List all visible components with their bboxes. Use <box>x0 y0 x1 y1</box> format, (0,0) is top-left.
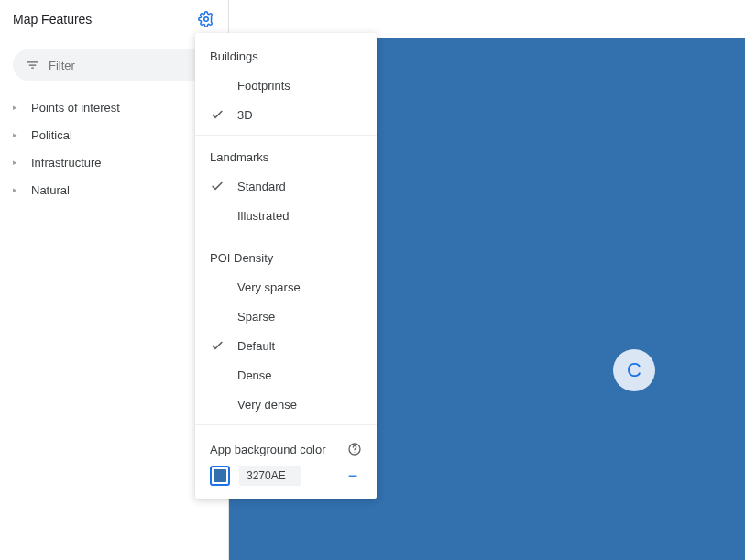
check-icon <box>210 179 228 193</box>
option-dense[interactable]: Dense <box>195 360 377 390</box>
option-illustrated[interactable]: Illustrated <box>195 201 377 230</box>
tree-item-label: Infrastructure <box>31 156 102 170</box>
option-label: Default <box>237 339 275 353</box>
color-swatch[interactable] <box>210 466 230 486</box>
caret-right-icon: ▸ <box>13 130 20 139</box>
settings-popover: Buildings Footprints 3D Landmarks Standa… <box>195 33 377 499</box>
option-label: Very sparse <box>237 280 301 294</box>
tree-item-infrastructure[interactable]: ▸ Infrastructure <box>0 148 228 176</box>
filter-container <box>0 38 228 88</box>
caret-right-icon: ▸ <box>13 103 20 112</box>
sidebar-header: Map Features <box>0 0 228 38</box>
sidebar-title: Map Features <box>13 12 92 27</box>
help-icon[interactable] <box>347 442 362 456</box>
bg-color-label: App background color <box>210 443 325 456</box>
caret-right-icon: ▸ <box>13 158 20 167</box>
bg-color-input-row: − <box>210 466 362 486</box>
check-icon <box>210 338 228 353</box>
option-label: 3D <box>237 108 253 122</box>
tree-item-label: Political <box>31 128 72 142</box>
filter-icon <box>26 58 39 72</box>
option-label: Standard <box>237 180 286 193</box>
filter-input-wrapper[interactable] <box>13 49 215 81</box>
map-badge: C <box>613 349 655 391</box>
option-3d[interactable]: 3D <box>195 100 377 129</box>
option-label: Illustrated <box>237 209 289 223</box>
map-badge-letter: C <box>627 358 641 382</box>
filter-input[interactable] <box>49 59 203 72</box>
svg-point-0 <box>204 16 209 21</box>
option-very-sparse[interactable]: Very sparse <box>195 272 377 302</box>
option-label: Footprints <box>237 79 290 93</box>
tree-item-points-of-interest[interactable]: ▸ Points of interest <box>0 93 228 121</box>
gear-icon <box>198 11 214 27</box>
section-heading: Buildings <box>195 44 377 71</box>
settings-section-bg-color: App background color − <box>195 434 377 489</box>
color-swatch-inner <box>214 469 226 482</box>
tree-item-label: Natural <box>31 183 70 197</box>
svg-point-2 <box>354 452 355 453</box>
tree-item-label: Points of interest <box>31 101 120 115</box>
tree-item-political[interactable]: ▸ Political <box>0 121 228 148</box>
settings-section-landmarks: Landmarks Standard Illustrated <box>195 145 377 236</box>
option-default[interactable]: Default <box>195 331 377 360</box>
option-label: Very dense <box>237 398 297 412</box>
option-sparse[interactable]: Sparse <box>195 302 377 331</box>
remove-color-button[interactable]: − <box>344 467 362 486</box>
section-heading: Landmarks <box>195 145 377 171</box>
settings-button[interactable] <box>193 6 219 32</box>
check-icon <box>210 107 228 122</box>
option-label: Dense <box>237 368 272 382</box>
option-standard[interactable]: Standard <box>195 171 377 201</box>
settings-section-poi-density: POI Density Very sparse Sparse Default D… <box>195 246 377 425</box>
hex-input[interactable] <box>239 466 301 486</box>
feature-tree: ▸ Points of interest ▸ Political ▸ Infra… <box>0 88 228 209</box>
option-footprints[interactable]: Footprints <box>195 71 377 100</box>
section-heading: POI Density <box>195 246 377 272</box>
option-very-dense[interactable]: Very dense <box>195 390 377 419</box>
settings-section-buildings: Buildings Footprints 3D <box>195 44 377 136</box>
bg-color-label-row: App background color <box>210 442 362 456</box>
caret-right-icon: ▸ <box>13 185 20 194</box>
option-label: Sparse <box>237 310 275 324</box>
tree-item-natural[interactable]: ▸ Natural <box>0 176 228 203</box>
